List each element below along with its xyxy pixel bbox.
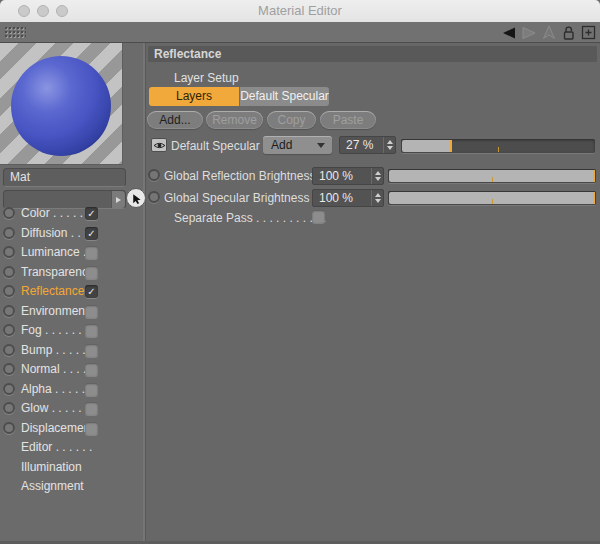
compare-pin-icon[interactable] — [540, 24, 557, 41]
global-specular-brightness-spinner[interactable]: 100 % — [312, 189, 384, 207]
editor-toolbar — [0, 22, 600, 43]
layer-strength-slider[interactable] — [401, 139, 595, 153]
channel-label: Alpha . . . . . . — [21, 380, 92, 400]
material-name-field[interactable]: Mat — [3, 168, 126, 187]
channel-checkbox[interactable]: ✓ — [85, 285, 98, 298]
tab-layers[interactable]: Layers — [149, 87, 239, 106]
global-reflection-brightness-slider[interactable] — [388, 169, 596, 183]
sidebar-item-illumination[interactable]: Illumination — [0, 458, 145, 478]
channel-label: Glow . . . . . . . — [21, 399, 95, 419]
copy-button[interactable]: Copy — [267, 111, 316, 129]
channel-checkbox[interactable] — [85, 422, 98, 435]
sidebar-item-color[interactable]: Color . . . . . . . ✓ — [0, 204, 145, 224]
channel-radio[interactable] — [3, 324, 15, 336]
channel-radio[interactable] — [3, 383, 15, 395]
window-title: Material Editor — [0, 0, 600, 22]
channel-radio[interactable] — [3, 285, 15, 297]
separate-pass-label: Separate Pass . . . . . . . . . . . — [174, 209, 326, 227]
sidebar-item-normal[interactable]: Normal . . . . . — [0, 360, 145, 380]
channel-checkbox[interactable] — [85, 266, 98, 279]
channel-label: Transparency — [21, 263, 94, 283]
material-sidebar: Mat Color . . . . . . . ✓ Diffusion . . … — [0, 43, 146, 544]
paste-button[interactable]: Paste — [320, 111, 376, 129]
sidebar-item-glow[interactable]: Glow . . . . . . . — [0, 399, 145, 419]
add-button[interactable]: Add... — [147, 111, 203, 129]
channel-checkbox[interactable] — [85, 246, 98, 259]
sidebar-item-bump[interactable]: Bump . . . . . . — [0, 341, 145, 361]
channel-checkbox[interactable] — [85, 324, 98, 337]
layer-strength-value: 27 % — [346, 138, 373, 152]
blend-mode-dropdown[interactable]: Add — [263, 136, 332, 154]
spinner-arrows-icon[interactable] — [371, 168, 383, 184]
spinner-arrows-icon[interactable] — [371, 190, 383, 206]
channel-label: Bump . . . . . . — [21, 341, 92, 361]
sidebar-item-editor[interactable]: Editor . . . . . . — [0, 438, 145, 458]
cursor-arrow-icon — [130, 192, 143, 205]
global-reflection-brightness-spinner[interactable]: 100 % — [312, 167, 384, 185]
channel-checkbox[interactable]: ✓ — [85, 207, 98, 220]
layer-strength-spinner[interactable]: 27 % — [339, 136, 396, 154]
reflectance-panel: Reflectance Layer Setup Layers Default S… — [146, 43, 600, 544]
sidebar-item-fog[interactable]: Fog . . . . . . . . — [0, 321, 145, 341]
param-value: 100 % — [319, 169, 353, 183]
channel-radio[interactable] — [3, 305, 15, 317]
back-arrow-icon[interactable] — [500, 24, 517, 41]
slider-handle[interactable] — [593, 170, 595, 182]
forward-arrow-icon[interactable] — [520, 24, 537, 41]
slider-fill — [402, 140, 452, 152]
channel-radio[interactable] — [3, 402, 15, 414]
sidebar-item-reflectance[interactable]: Reflectance ✓ — [0, 282, 145, 302]
layer-tabs: Layers Default Specular — [149, 87, 329, 106]
global-specular-brightness-label: Global Specular Brightness — [164, 189, 309, 207]
sidebar-item-displacement[interactable]: Displacement — [0, 419, 145, 439]
separate-pass-checkbox[interactable] — [312, 210, 325, 223]
param-radio[interactable] — [148, 191, 160, 203]
material-preview[interactable] — [0, 43, 123, 165]
slider-handle[interactable] — [450, 140, 452, 152]
channel-label-active: Reflectance — [21, 282, 84, 302]
layer-visibility-button[interactable] — [151, 138, 167, 152]
channel-checkbox[interactable] — [85, 383, 98, 396]
preview-sphere — [11, 56, 111, 156]
eye-icon — [153, 141, 166, 150]
param-value: 100 % — [319, 191, 353, 205]
channel-list: Color . . . . . . . ✓ Diffusion . . . . … — [0, 204, 145, 497]
slider-midpoint-tick — [492, 199, 493, 204]
channel-checkbox[interactable] — [85, 344, 98, 357]
tab-default-specular[interactable]: Default Specular — [239, 87, 329, 106]
new-window-plus-icon[interactable] — [580, 24, 597, 41]
lock-icon[interactable] — [560, 24, 577, 41]
remove-button[interactable]: Remove — [206, 111, 263, 129]
param-radio[interactable] — [148, 169, 160, 181]
channel-radio[interactable] — [3, 246, 15, 258]
slider-midpoint-tick — [498, 147, 499, 152]
sidebar-item-luminance[interactable]: Luminance . . — [0, 243, 145, 263]
channel-label: Luminance . . — [21, 243, 93, 263]
channel-label: Fog . . . . . . . . — [21, 321, 95, 341]
drag-grip[interactable] — [4, 26, 26, 39]
sidebar-item-assignment[interactable]: Assignment — [0, 477, 145, 497]
channel-radio[interactable] — [3, 363, 15, 375]
sidebar-item-environment[interactable]: Environment — [0, 302, 145, 322]
channel-label: Environment — [21, 302, 88, 322]
channel-label: Diffusion . . . . — [21, 224, 94, 244]
channel-checkbox[interactable]: ✓ — [85, 227, 98, 240]
channel-checkbox[interactable] — [85, 305, 98, 318]
channel-radio[interactable] — [3, 207, 15, 219]
channel-radio[interactable] — [3, 227, 15, 239]
channel-checkbox[interactable] — [85, 363, 98, 376]
sidebar-item-alpha[interactable]: Alpha . . . . . . — [0, 380, 145, 400]
spinner-arrows-icon[interactable] — [383, 137, 395, 153]
channel-radio[interactable] — [3, 422, 15, 434]
channel-radio[interactable] — [3, 344, 15, 356]
global-specular-brightness-slider[interactable] — [388, 191, 596, 205]
slider-handle[interactable] — [593, 192, 595, 204]
sidebar-item-transparency[interactable]: Transparency — [0, 263, 145, 283]
channel-checkbox[interactable] — [85, 402, 98, 415]
channel-radio[interactable] — [3, 266, 15, 278]
sidebar-item-diffusion[interactable]: Diffusion . . . . ✓ — [0, 224, 145, 244]
global-reflection-brightness-label: Global Reflection Brightness — [164, 167, 315, 185]
channel-label: Displacement — [21, 419, 94, 439]
window-titlebar: Material Editor — [0, 0, 600, 23]
layer-name-label: Default Specular — [171, 138, 260, 154]
